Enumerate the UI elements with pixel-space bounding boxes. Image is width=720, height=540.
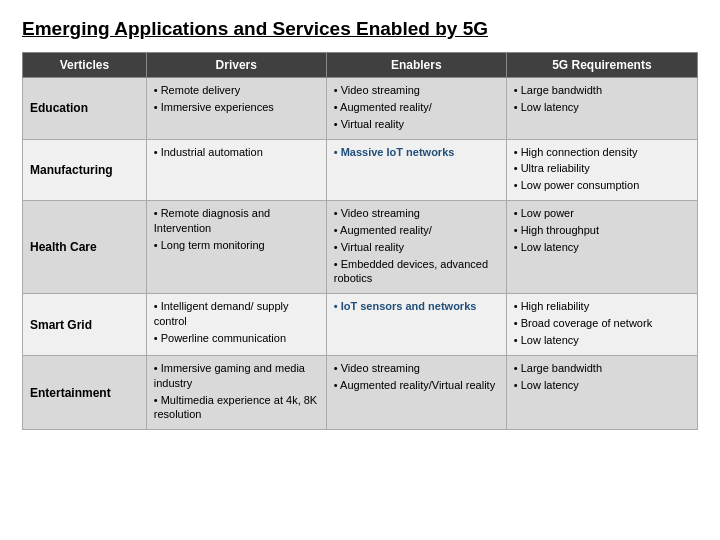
table-row-drivers: Intelligent demand/ supply controlPowerl… <box>146 294 326 356</box>
col-header-enablers: Enablers <box>326 53 506 78</box>
table-row-requirements: High reliabilityBroad coverage of networ… <box>506 294 697 356</box>
table-row-enablers: Video streamingAugmented reality/Virtual… <box>326 201 506 294</box>
table-row-requirements: High connection densityUltra reliability… <box>506 139 697 201</box>
main-table: Verticles Drivers Enablers 5G Requiremen… <box>22 52 698 430</box>
table-row-enablers: IoT sensors and networks <box>326 294 506 356</box>
table-row-verticle: Health Care <box>23 201 147 294</box>
table-row-verticle: Manufacturing <box>23 139 147 201</box>
table-row-verticle: Entertainment <box>23 355 147 429</box>
table-row-requirements: Large bandwidthLow latency <box>506 78 697 140</box>
table-row-drivers: Immersive gaming and media industryMulti… <box>146 355 326 429</box>
table-row-requirements: Large bandwidthLow latency <box>506 355 697 429</box>
table-row-enablers: Video streamingAugmented reality/Virtual… <box>326 355 506 429</box>
col-header-drivers: Drivers <box>146 53 326 78</box>
table-row-enablers: Video streamingAugmented reality/Virtual… <box>326 78 506 140</box>
col-header-requirements: 5G Requirements <box>506 53 697 78</box>
table-row-drivers: Remote deliveryImmersive experiences <box>146 78 326 140</box>
col-header-verticles: Verticles <box>23 53 147 78</box>
page-title: Emerging Applications and Services Enabl… <box>22 18 698 40</box>
table-row-verticle: Education <box>23 78 147 140</box>
table-row-requirements: Low powerHigh throughputLow latency <box>506 201 697 294</box>
table-row-enablers: Massive IoT networks <box>326 139 506 201</box>
table-row-drivers: Remote diagnosis and InterventionLong te… <box>146 201 326 294</box>
table-row-drivers: Industrial automation <box>146 139 326 201</box>
table-row-verticle: Smart Grid <box>23 294 147 356</box>
